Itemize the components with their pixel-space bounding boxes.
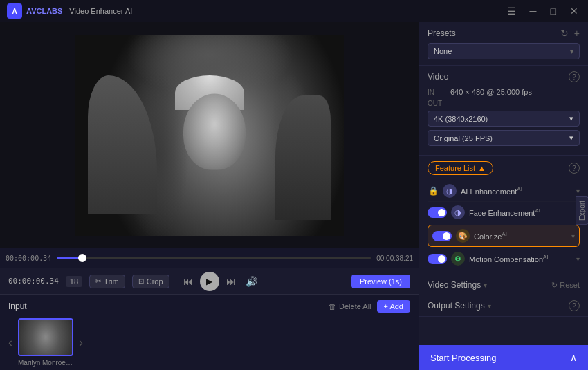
output-settings-row[interactable]: Output Settings ▾ ? — [419, 295, 588, 317]
fps-dropdown-arrow: ▾ — [569, 133, 573, 142]
face-enhancement-name: Face EnhancementAI — [469, 207, 572, 217]
next-button[interactable]: ⏭ — [225, 275, 237, 288]
face-enhancement-superscript: AI — [535, 207, 540, 214]
delete-all-button[interactable]: 🗑 Delete All — [329, 302, 371, 311]
maximize-button[interactable]: □ — [548, 4, 559, 18]
output-settings-label: Output Settings — [428, 301, 485, 311]
video-settings-row[interactable]: Video Settings ▾ ↻ Reset — [419, 275, 588, 295]
video-frame — [75, 35, 344, 236]
presets-refresh-button[interactable]: ↻ — [560, 28, 569, 39]
face-enhancement-icon: ◑ — [451, 205, 465, 219]
menu-button[interactable]: ☰ — [504, 4, 519, 18]
motion-compensation-chevron[interactable]: ▾ — [576, 255, 580, 263]
motion-compensation-icon: ⚙ — [451, 252, 465, 266]
timeline-track[interactable] — [57, 257, 371, 259]
trim-button[interactable]: ✂ Trim — [89, 275, 125, 288]
delete-all-label: Delete All — [339, 302, 371, 311]
thumbnail-box[interactable] — [18, 318, 73, 356]
prev-thumbnail-button[interactable]: ‹ — [8, 335, 12, 350]
presets-title: Presets — [428, 28, 456, 38]
right-panel: Export Presets ↻ + None ▾ — [419, 22, 588, 370]
crop-button[interactable]: ⊡ Crop — [132, 275, 169, 288]
resolution-value: 4K (3840x2160) — [434, 115, 488, 123]
colorize-icon: 🎨 — [456, 229, 470, 243]
crop-label: Crop — [147, 277, 163, 286]
controls-bar: 00:00:00.34 18 ✂ Trim ⊡ Crop ⏮ ▶ ⏭ 🔊 Pre… — [0, 268, 419, 294]
resolution-dropdown[interactable]: 4K (3840x2160) ▾ — [428, 111, 580, 127]
input-header: Input 🗑 Delete All + Add — [8, 300, 410, 313]
feature-ai-enhancement: 🔒 ◑ AI EnhancementAI ▾ — [428, 181, 580, 202]
trash-icon: 🗑 — [329, 302, 336, 311]
volume-button[interactable]: 🔊 — [246, 276, 257, 287]
video-settings-reset-button[interactable]: ↻ Reset — [551, 281, 580, 290]
frame-display: 18 — [66, 276, 82, 287]
add-button[interactable]: + Add — [377, 300, 410, 313]
resolution-dropdown-arrow: ▾ — [569, 114, 573, 123]
close-button[interactable]: ✕ — [567, 4, 581, 18]
video-settings-title: Video Settings ▾ — [428, 280, 487, 290]
presets-dropdown-arrow: ▾ — [570, 48, 573, 55]
brand-name: AVCLABS — [26, 7, 62, 15]
main-layout: 00:00:00.34 00:00:38:21 00:00:00.34 18 ✂… — [0, 22, 588, 370]
ai-enhancement-superscript: AI — [517, 186, 522, 192]
reset-icon: ↻ — [551, 281, 558, 290]
input-label: Input — [8, 302, 27, 311]
feature-list-help-icon[interactable]: ? — [569, 163, 580, 174]
playback-controls: ⏮ ▶ ⏭ 🔊 — [182, 272, 257, 291]
preview-button[interactable]: Preview (1s) — [351, 275, 410, 288]
app-logo: A AVCLABS Video Enhancer AI — [7, 3, 132, 19]
title-bar: A AVCLABS Video Enhancer AI ☰ ─ □ ✕ — [0, 0, 588, 22]
start-processing-button[interactable]: Start Processing ∧ — [419, 345, 588, 370]
video-in-row: IN 640 × 480 @ 25.000 fps — [428, 88, 580, 96]
next-thumbnail-button[interactable]: › — [79, 335, 83, 350]
app-title: Video Enhancer AI — [69, 7, 132, 15]
timeline-thumb[interactable] — [78, 254, 86, 262]
reset-label: Reset — [560, 281, 580, 289]
crop-icon: ⊡ — [138, 277, 144, 285]
start-processing-arrow: ∧ — [570, 352, 577, 363]
colorize-chevron[interactable]: ▾ — [571, 232, 575, 240]
feature-list-arrow: ▲ — [478, 164, 486, 172]
motion-compensation-toggle[interactable] — [428, 254, 447, 264]
face-enhancement-toggle[interactable] — [428, 207, 447, 218]
presets-dropdown[interactable]: None ▾ — [428, 43, 580, 59]
fps-value: Original (25 FPS) — [434, 134, 493, 142]
minimize-button[interactable]: ─ — [527, 4, 540, 18]
presets-add-button[interactable]: + — [574, 28, 580, 39]
window-controls: ☰ ─ □ ✕ — [504, 4, 581, 18]
add-label: + Add — [384, 302, 403, 311]
input-actions: 🗑 Delete All + Add — [329, 300, 410, 313]
ai-enhancement-chevron[interactable]: ▾ — [576, 187, 580, 195]
colorize-name: ColorizeAI — [474, 231, 567, 241]
logo-icon: A — [7, 3, 22, 19]
presets-selected-value: None — [434, 47, 452, 55]
output-settings-help-icon[interactable]: ? — [569, 300, 580, 311]
export-tab[interactable]: Export — [576, 196, 588, 225]
output-settings-title: Output Settings ▾ — [428, 301, 491, 311]
ai-enhancement-icon: ◑ — [443, 184, 457, 198]
video-area — [0, 22, 419, 248]
timeline-end-time: 00:00:38:21 — [376, 255, 413, 262]
video-section-header: Video ? — [428, 71, 580, 82]
video-out-row: OUT — [428, 100, 580, 107]
thumbnail-label: Marilyn Monroe atten... — [18, 359, 73, 367]
thumbnail-item: Marilyn Monroe atten... — [18, 318, 73, 367]
feature-list-toggle[interactable]: Feature List ▲ — [428, 161, 493, 175]
fps-dropdown[interactable]: Original (25 FPS) ▾ — [428, 130, 580, 146]
input-section: Input 🗑 Delete All + Add ‹ — [0, 294, 419, 370]
presets-section: Presets ↻ + None ▾ — [419, 22, 588, 66]
current-time-display: 00:00:00.34 — [8, 277, 59, 286]
feature-list-header: Feature List ▲ ? — [428, 161, 580, 175]
thumbnail-image — [19, 320, 72, 355]
timeline-bar[interactable]: 00:00:00.34 00:00:38:21 — [0, 248, 419, 268]
video-help-icon[interactable]: ? — [569, 71, 580, 82]
play-button[interactable]: ▶ — [200, 272, 219, 291]
timeline-start-time: 00:00:00.34 — [6, 255, 51, 262]
presets-header: Presets ↻ + — [428, 28, 580, 39]
video-in-label: IN — [428, 89, 445, 96]
feature-list-label: Feature List — [435, 164, 475, 172]
prev-button[interactable]: ⏮ — [182, 275, 194, 288]
video-settings-chevron: ▾ — [484, 281, 487, 289]
colorize-toggle[interactable] — [432, 231, 452, 241]
output-settings-chevron: ▾ — [488, 302, 491, 310]
